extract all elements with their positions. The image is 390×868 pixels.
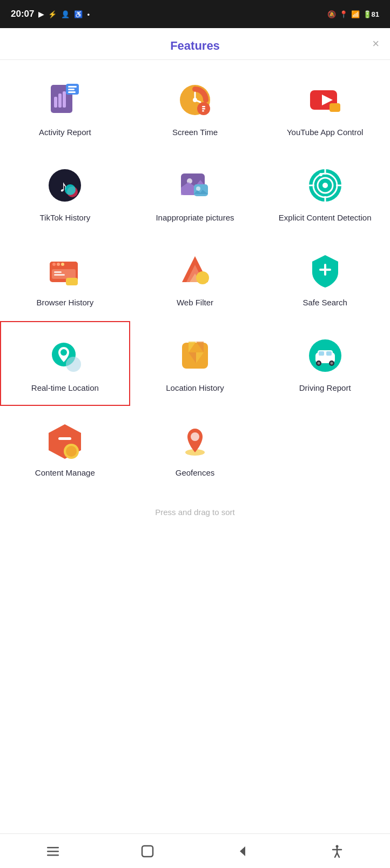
svg-rect-14 — [202, 108, 205, 110]
inappropriate-icon — [176, 166, 214, 205]
svg-marker-78 — [240, 846, 245, 856]
dot-icon: • — [87, 10, 90, 18]
svg-point-34 — [322, 183, 328, 188]
svg-point-26 — [196, 186, 200, 191]
safe-search-icon — [306, 251, 345, 290]
svg-point-66 — [317, 362, 320, 364]
activity-report-label: Activity Report — [39, 127, 91, 138]
svg-point-73 — [191, 432, 199, 441]
browser-icon — [45, 251, 84, 290]
feature-item-location-history[interactable]: Location History — [130, 321, 260, 406]
explicit-label: Explicit Content Detection — [279, 212, 372, 223]
activity-report-icon — [45, 81, 84, 119]
location-history-icon — [176, 336, 214, 375]
svg-point-35 — [319, 173, 322, 176]
header: Features × — [0, 28, 390, 60]
main-content: Features × Activity Report — [0, 28, 390, 833]
screen-time-icon — [176, 81, 214, 119]
wifi-icon: 📶 — [351, 10, 360, 18]
feature-item-browser[interactable]: Browser History — [0, 236, 130, 321]
feature-item-explicit[interactable]: Explicit Content Detection — [260, 151, 390, 236]
feature-item-content-manage[interactable]: Content Manage — [0, 406, 130, 491]
explicit-icon — [306, 166, 345, 205]
svg-rect-13 — [202, 106, 205, 108]
feature-item-driving[interactable]: Driving Report — [260, 321, 390, 406]
svg-rect-42 — [54, 271, 62, 273]
status-right: 🔕 📍 📶 🔋81 — [327, 10, 379, 18]
nav-back-button[interactable] — [229, 838, 256, 865]
feature-item-realtime-location[interactable]: Real-time Location — [0, 321, 130, 406]
svg-rect-74 — [47, 847, 59, 849]
svg-rect-25 — [194, 184, 208, 196]
svg-point-39 — [57, 263, 60, 266]
web-filter-icon — [176, 251, 214, 290]
status-bar: 20:07 ▶ ⚡ 👤 ♿ • 🔕 📍 📶 🔋81 — [0, 0, 390, 28]
battery-icon: 🔋81 — [363, 10, 379, 18]
svg-rect-76 — [47, 854, 59, 856]
svg-rect-63 — [326, 351, 332, 356]
feature-item-safe-search[interactable]: Safe Search — [260, 236, 390, 321]
svg-point-48 — [196, 271, 209, 284]
svg-point-38 — [52, 263, 56, 266]
realtime-location-icon — [45, 336, 84, 375]
feature-item-activity-report[interactable]: Activity Report — [0, 65, 130, 151]
location-status-icon: 📍 — [339, 10, 348, 18]
web-filter-label: Web Filter — [177, 297, 213, 308]
youtube-control-icon — [306, 81, 345, 119]
svg-rect-3 — [63, 91, 66, 108]
svg-rect-18 — [330, 103, 340, 112]
content-manage-label: Content Manage — [35, 468, 95, 478]
mute-icon: 🔕 — [327, 10, 336, 18]
tiktok-label: TikTok History — [40, 212, 91, 223]
driving-label: Driving Report — [299, 383, 351, 393]
svg-point-52 — [60, 349, 67, 356]
svg-rect-77 — [142, 846, 153, 857]
safe-search-label: Safe Search — [302, 297, 347, 308]
feature-item-tiktok[interactable]: ♪ TikTok History — [0, 151, 130, 236]
nav-menu-button[interactable] — [39, 838, 66, 865]
driving-icon — [306, 336, 345, 375]
svg-point-40 — [61, 263, 64, 266]
realtime-location-label: Real-time Location — [31, 383, 99, 393]
svg-rect-6 — [68, 89, 75, 90]
nav-accessibility-button[interactable] — [324, 838, 351, 865]
feature-item-inappropriate[interactable]: Inappropriate pictures — [130, 151, 260, 236]
svg-rect-44 — [66, 278, 78, 285]
feature-item-screen-time[interactable]: Screen Time — [130, 65, 260, 151]
features-grid: Activity Report Screen Time — [0, 60, 390, 497]
status-left: 20:07 ▶ ⚡ 👤 ♿ • — [11, 9, 90, 19]
svg-rect-75 — [47, 851, 59, 852]
svg-rect-43 — [54, 274, 65, 276]
svg-rect-1 — [54, 97, 57, 108]
geofences-icon — [176, 421, 214, 460]
bottom-nav — [0, 833, 390, 868]
status-time: 20:07 — [11, 9, 34, 19]
svg-rect-5 — [68, 86, 77, 88]
geofences-label: Geofences — [176, 468, 215, 478]
hint-text: Press and drag to sort — [0, 497, 390, 533]
svg-rect-7 — [68, 91, 76, 93]
feature-item-web-filter[interactable]: Web Filter — [130, 236, 260, 321]
svg-rect-69 — [58, 437, 71, 440]
location-history-label: Location History — [166, 383, 224, 393]
accessibility-icon: ♿ — [74, 10, 83, 18]
browser-label: Browser History — [36, 297, 93, 308]
svg-point-67 — [330, 362, 333, 364]
content-manage-icon — [45, 421, 84, 460]
feature-item-geofences[interactable]: Geofences — [130, 406, 260, 491]
screen-time-label: Screen Time — [172, 127, 218, 138]
inappropriate-label: Inappropriate pictures — [156, 212, 234, 223]
svg-rect-2 — [58, 94, 62, 108]
svg-point-22 — [65, 184, 76, 195]
nav-home-button[interactable] — [134, 838, 161, 865]
tiktok-icon: ♪ — [45, 166, 84, 205]
page-title: Features — [170, 39, 220, 52]
svg-rect-62 — [319, 351, 324, 356]
close-button[interactable]: × — [372, 38, 379, 50]
svg-point-71 — [66, 446, 77, 457]
youtube-control-label: YouTube App Control — [287, 127, 364, 138]
feature-item-youtube-control[interactable]: YouTube App Control — [260, 65, 390, 151]
youtube-icon: ▶ — [38, 10, 44, 18]
svg-rect-15 — [202, 110, 204, 112]
svg-point-53 — [66, 357, 81, 372]
